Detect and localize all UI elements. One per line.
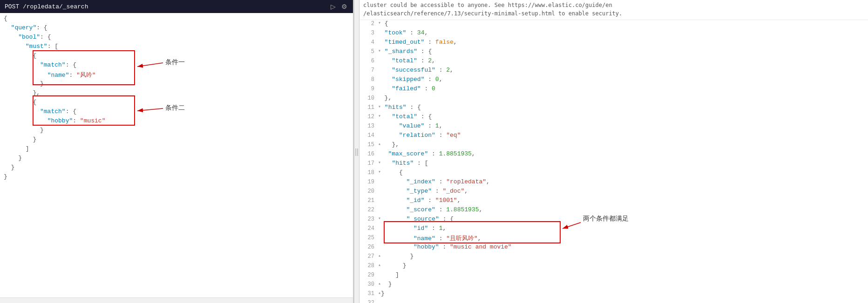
run-button[interactable]: ▷ bbox=[330, 2, 337, 11]
code-line: { bbox=[0, 15, 353, 24]
code-line: } bbox=[0, 164, 353, 173]
result-line: 11 ▾ "hits" : { bbox=[359, 104, 868, 113]
result-line: 32 bbox=[359, 299, 868, 303]
result-line-25: 25 "name" : "且听风吟", bbox=[359, 234, 868, 243]
code-line: }, bbox=[0, 89, 353, 99]
editor-header: POST /ropledata/_search ▷ ⚙ bbox=[0, 0, 353, 13]
code-line: "match": { bbox=[0, 108, 353, 117]
left-editor-panel: POST /ropledata/_search ▷ ⚙ { "query": {… bbox=[0, 0, 354, 303]
left-scrollbar[interactable] bbox=[0, 297, 353, 303]
code-line: { bbox=[0, 52, 353, 61]
warning-line-2: /elasticsearch/reference/7.13/security-m… bbox=[363, 10, 622, 17]
header-icons: ▷ ⚙ bbox=[330, 2, 348, 11]
result-line: 28 ▴ } bbox=[359, 262, 868, 271]
result-line: 24 "id" : 1, bbox=[359, 225, 868, 234]
result-line: 3 "took" : 34, bbox=[359, 29, 868, 39]
result-line: 13 "value" : 1, bbox=[359, 122, 868, 132]
code-line: } bbox=[0, 173, 353, 182]
result-line: 17 ▾ "hits" : [ bbox=[359, 160, 868, 169]
result-line: 16 "max_score" : 1.8851935, bbox=[359, 150, 868, 160]
code-line: "must": [ bbox=[0, 43, 353, 52]
panel-divider[interactable]: ‖ bbox=[354, 0, 359, 303]
right-code-area: 2 ▾ { 3 "took" : 34, 4 "timed_out" : fal… bbox=[359, 20, 868, 303]
result-line: 14 "relation" : "eq" bbox=[359, 132, 868, 141]
request-title: POST /ropledata/_search bbox=[5, 3, 88, 10]
result-line: 23 ▾ "_source" : { bbox=[359, 215, 868, 225]
result-line: 21 "_id" : "1001", bbox=[359, 197, 868, 206]
result-line: 31 ▴ } bbox=[359, 290, 868, 299]
code-line: "name": "风吟" bbox=[0, 71, 353, 80]
code-line: } bbox=[0, 136, 353, 145]
code-line: } bbox=[0, 127, 353, 136]
warning-text: cluster could be accessible to anyone. S… bbox=[359, 0, 868, 20]
code-line: ] bbox=[0, 145, 353, 155]
result-line: 2 ▾ { bbox=[359, 20, 868, 29]
code-line: "query": { bbox=[0, 24, 353, 34]
code-line: "match": { bbox=[0, 61, 353, 71]
result-line: 30 ▴ } bbox=[359, 281, 868, 290]
result-line: 10 }, bbox=[359, 94, 868, 104]
code-line: } bbox=[0, 80, 353, 89]
result-line: 22 "_score" : 1.8851935, bbox=[359, 206, 868, 215]
result-line: 15 ▴ }, bbox=[359, 141, 868, 150]
code-line: "hobby": "music" bbox=[0, 117, 353, 127]
result-line: 9 "failed" : 0 bbox=[359, 85, 868, 94]
right-result-panel: cluster could be accessible to anyone. S… bbox=[359, 0, 868, 303]
warning-line-1: cluster could be accessible to anyone. S… bbox=[363, 2, 612, 8]
code-line: "bool": { bbox=[0, 34, 353, 43]
code-line: } bbox=[0, 155, 353, 164]
result-line: 19 "_index" : "ropledata", bbox=[359, 178, 868, 188]
settings-icon[interactable]: ⚙ bbox=[340, 2, 348, 11]
result-line: 4 "timed_out" : false, bbox=[359, 39, 868, 48]
result-line: 27 ▴ } bbox=[359, 253, 868, 262]
result-line-26: 26 "hobby" : "music and movie" bbox=[359, 243, 868, 253]
result-line: 29 ] bbox=[359, 271, 868, 281]
result-line: 8 "skipped" : 0, bbox=[359, 76, 868, 85]
left-code-area: { "query": { "bool": { "must": [ { "matc… bbox=[0, 13, 353, 297]
result-line: 6 "total" : 2, bbox=[359, 57, 868, 67]
result-line: 12 ▾ "total" : { bbox=[359, 113, 868, 122]
result-line: 18 ▾ { bbox=[359, 169, 868, 178]
result-line: 7 "successful" : 2, bbox=[359, 67, 868, 76]
result-line: 20 "_type" : "_doc", bbox=[359, 188, 868, 197]
result-line: 5 ▾ "_shards" : { bbox=[359, 48, 868, 57]
code-line: { bbox=[0, 99, 353, 108]
